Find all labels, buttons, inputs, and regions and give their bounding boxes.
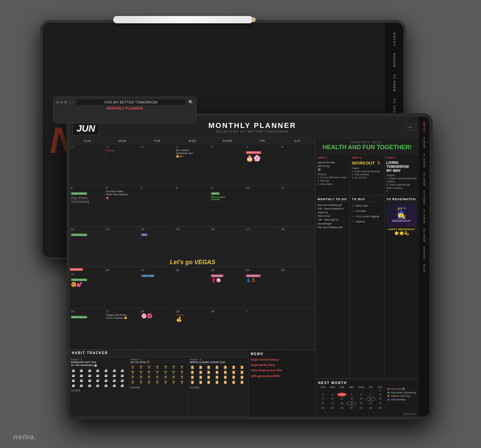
calendar-section: SUN MON TUE WED THUR FRI SAT 29	[70, 138, 316, 416]
browser-url[interactable]: FOR MY BETTER TOMORROW	[76, 100, 186, 105]
cal-cell-w4d5[interactable]: 23 Boxing Day 🥊🌸	[210, 267, 245, 308]
browser-search-icon[interactable]: 🔍	[188, 100, 193, 105]
right-tab-review[interactable]: REVIEW	[422, 244, 426, 261]
step-2-title: STEP 2.	[352, 156, 382, 159]
habit-1-grid: ☕☕☕☕☕☕☕ ☕☕☕☕☕☕☕ ☕☕☕☕☕☕☕ ☕☕☕☕☕☕☕	[71, 368, 128, 388]
cal-cell-w1d3[interactable]: 31	[140, 144, 175, 185]
cal-cell-w4d2[interactable]: 20	[105, 267, 140, 308]
cal-cell-w4d6[interactable]: 24 Jen's B-Day > 👗💃	[245, 267, 280, 308]
cal-cell-w5d5[interactable]: 30	[210, 309, 245, 349]
cal-cell-w3d3[interactable]: 14 TRIP	[140, 226, 175, 267]
back-tab-month[interactable]: MONTH	[391, 50, 397, 70]
cal-cell-w4d7[interactable]: 25	[280, 267, 315, 308]
step-2-workout: Workout 🏃	[352, 161, 382, 166]
cal-cell-w1d1[interactable]: 29	[70, 144, 105, 185]
nelna-brand: nelna.	[13, 433, 37, 441]
cal-cell-w2d4[interactable]: 8	[175, 185, 210, 226]
right-tab-week04[interactable]: WEEK 04	[422, 207, 426, 225]
cal-cell-w5d4[interactable]: 29 PayDay 💰	[175, 309, 210, 349]
cal-cell-w2d7[interactable]: 11	[280, 185, 315, 226]
habit-1-name: DRINKING HOT TEAIN THE MORNING ☕	[71, 361, 128, 367]
browser-overlay: ‹› FOR MY BETTER TOMORROW 🔍 MONTHLY PLAN…	[53, 97, 196, 123]
cal-cell-w1d2[interactable]: 30 PayDay	[105, 144, 140, 185]
todo-section: MONTHLY TO-DO Buy mom's birthday gift 10…	[316, 196, 419, 379]
next-month-bottom: SUN MON TUE WED THUR FRI SAT	[318, 386, 416, 410]
memo-item-1: #Edit TikTok Videos	[251, 357, 313, 362]
cal-cell-w2d2[interactable]: 6 First day in BukitEasier than expected…	[105, 185, 140, 226]
habit-tracker-header: HABIT TRACKER	[70, 350, 248, 357]
cal-cell-w4d1[interactable]: DATE NIGHT 19 Weekly Meeting 😍💕	[70, 267, 105, 308]
habit-tracker: HABIT TRACKER HABIT 1. DRINKING HOT TEAI…	[70, 350, 249, 416]
steps-section: STEP 1. Spend fun daywith Kong🐻 TASKS 1.…	[316, 154, 419, 196]
cal-cell-w2d3[interactable]: 7	[140, 185, 175, 226]
habit-tracker-title: HABIT TRACKER	[72, 351, 108, 355]
cal-cell-w3d1[interactable]: 12 Weekly Meeting	[70, 226, 105, 267]
next-cal-wrapper: SUN MON TUE WED THUR FRI SAT	[318, 386, 385, 410]
right-tab-week01[interactable]: WEEK 01	[422, 151, 426, 169]
step-1-tasks-title: TASKS	[318, 173, 348, 176]
cal-day-fri: FRI	[245, 138, 280, 144]
cal-cell-w5d1[interactable]: 26 Weekly Meeting	[70, 309, 105, 349]
cal-cell-w1d4[interactable]: 1 BUT MOM'SBIRTHDAY GIFT😊✨ +	[175, 144, 210, 185]
habit-content: HABIT 1. DRINKING HOT TEAIN THE MORNING …	[70, 357, 248, 416]
right-tab-note[interactable]: NOTE	[422, 262, 426, 274]
cal-cell-w2d6[interactable]: 10	[245, 185, 280, 226]
no-label: NO.	[408, 126, 413, 129]
right-tab-week03[interactable]: WEEK 03	[422, 189, 426, 207]
cal-cell-w3d6[interactable]: 17	[245, 226, 280, 267]
cal-cell-w1d5[interactable]: 2	[210, 144, 245, 185]
step-2-tasks-title: TRKS	[352, 167, 382, 170]
cal-day-sun: SUN	[70, 138, 105, 144]
wednesday-stars: ⭐🌟💫	[386, 231, 417, 235]
browser-title: MONTHLY PLANNER	[56, 106, 193, 110]
wednesday-caption: HAPPY WEDNESDAY	[386, 228, 417, 231]
cal-cell-w1d7[interactable]: 4	[280, 144, 315, 185]
cal-cell-w2d1[interactable]: 5 Weekly Meeting Dog sheltervolunteering	[70, 185, 105, 226]
cal-cell-w1d6[interactable]: 3 MOM'S B-DAY 🎂🌸	[245, 144, 280, 185]
step-3-col: STEP 3. LIVING TOMORROWMY WAY TASKS 1. P…	[384, 154, 419, 195]
cal-cell-w5d3[interactable]: 28 🌸🌺	[140, 309, 175, 349]
cal-cell-w3d7[interactable]: 18	[280, 226, 315, 267]
cal-cell-w4d4[interactable]: 22	[175, 267, 210, 308]
cal-cell-w3d5[interactable]: 16	[210, 226, 245, 267]
boxing-emoji: 🥊🌸	[211, 278, 244, 282]
todo-item-4: 12th - Make appt for dermatologist	[318, 218, 348, 225]
buy-item-3: ✓ LULU Lemon Leggings	[352, 214, 382, 219]
cal-day-mon: MON	[105, 138, 140, 144]
right-tab-week02[interactable]: WEEK 02	[422, 170, 426, 188]
browser-nav[interactable]: ‹›	[70, 100, 74, 105]
cal-week-1: 29 30 PayDay 31 1 BUT MOM'SBIR	[70, 144, 315, 185]
browser-dot-2	[60, 101, 63, 104]
next-cal-grid: SUN MON TUE WED THUR FRI SAT	[318, 386, 385, 410]
right-tab-week05[interactable]: WEEK 05	[422, 226, 426, 244]
right-panel: MONTHLY GOAL HEALTH AND FUN TOGETHER! ST…	[316, 138, 419, 416]
buy-item-4: ✓ Toiletries	[352, 219, 382, 224]
no-box: NO.	[405, 124, 416, 130]
cal-cell-w3d4[interactable]: 15	[175, 226, 210, 267]
cal-cell-w4d3[interactable]: 21 Visit to DISM	[140, 267, 175, 308]
cal-cell-w5d2[interactable]: 27 Hangout with BunnyVisit to Timezone 😊	[105, 309, 140, 349]
habit-col-3: HABIT 3. WRITE A DIARY EVERY DAY 📔📔📔📔📔📔📔…	[189, 357, 248, 416]
cal-cell-w5d6[interactable]: 1	[245, 309, 280, 349]
browser-dot-3	[64, 101, 67, 104]
habit-3-grid: 📔📔📔📔📔📔📔 📔📔📔📔📔📔📔 📔📔📔📔📔📔📔 📔📔📔📔📔📔📔	[190, 365, 247, 385]
habit-col-1: HABIT 1. DRINKING HOT TEAIN THE MORNING …	[70, 357, 129, 416]
planner-body: SUN MON TUE WED THUR FRI SAT 29	[70, 138, 419, 416]
nelna-watermark: @NELNA	[316, 412, 419, 416]
habit-1-score: SCORE	[71, 389, 128, 392]
back-tab-week01[interactable]: WEEK 01	[391, 71, 397, 94]
cal-cell-w3d2[interactable]: 13	[105, 226, 140, 267]
cal-cell-w2d5[interactable]: 9 NELNA New productrelease!	[210, 185, 245, 226]
step-3-living: LIVING TOMORROWMY WAY	[386, 161, 417, 173]
memo-section: MEMO #Edit TikTok Videos #Upload the blo…	[249, 350, 315, 416]
money-emoji: 💰	[176, 316, 209, 322]
back-tab-cover[interactable]: COVER	[391, 29, 397, 49]
cal-cell-w5d7[interactable]	[280, 309, 315, 349]
right-tab-month[interactable]: MONTH	[422, 135, 426, 150]
planner-subtitle: NELNA FOR MY BETTER TOMORROW	[99, 130, 405, 133]
todo-item-2: 10th - check schedule for Vegas trip	[318, 207, 348, 214]
habit-2-number: HABIT 2.	[130, 358, 188, 361]
step-3-tasks: TASKS 1. Prepare 10mins before the meeti…	[386, 174, 417, 193]
dress-emoji: 👗💃	[246, 278, 279, 282]
right-tab-cover[interactable]: COVER	[422, 119, 426, 134]
